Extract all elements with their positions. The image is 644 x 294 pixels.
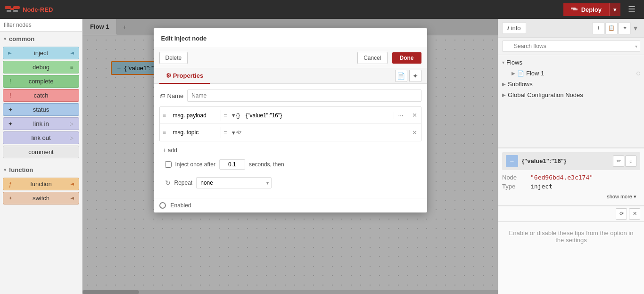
flows-tree-flow1[interactable]: ▶ 📄 Flow 1 — [498, 68, 644, 79]
inject-seconds-input[interactable] — [219, 159, 245, 170]
info-tab-i-btn[interactable]: i — [592, 22, 604, 34]
node-item-catch[interactable]: ! catch — [3, 89, 79, 102]
tab-icon-document[interactable]: 📄 — [395, 70, 407, 82]
deploy-arrow-button[interactable]: ▾ — [609, 3, 620, 16]
modal-tabs: ⚙ Properties 📄 ✦ — [154, 68, 427, 84]
right-panel-header: i info i 📋 ✦ ▾ — [498, 19, 644, 38]
name-input[interactable] — [187, 90, 421, 102]
svg-marker-7 — [8, 52, 12, 55]
flows-tree-root[interactable]: ▾ Flows — [498, 57, 644, 68]
modal-body: 🏷 Name ≡ = ▾ — [154, 84, 427, 198]
props-del-topic[interactable]: ✕ — [408, 129, 421, 136]
sidebar-section-function: ▾ function ƒ function ✦ switch — [0, 163, 82, 209]
inject-once-checkbox[interactable] — [165, 161, 172, 168]
drag-handle-payload[interactable]: ≡ — [160, 112, 169, 119]
link-in-left-icon: ✦ — [7, 121, 14, 127]
flows-tree: ▾ Flows ▶ 📄 Flow 1 ▶ Subflows ▶ Global C… — [498, 55, 644, 147]
inject-options-row: Inject once after seconds, then — [159, 155, 421, 173]
props-key-payload[interactable] — [169, 110, 221, 121]
tab-properties[interactable]: ⚙ Properties — [159, 68, 210, 84]
node-item-link-in[interactable]: ✦ link in ▷ — [3, 117, 79, 130]
type-arrow-payload: ▾ — [232, 112, 235, 119]
node-list-function: ƒ function ✦ switch — [0, 175, 82, 207]
props-key-topic[interactable] — [169, 127, 221, 138]
tab-info-label: info — [511, 24, 521, 32]
node-item-status[interactable]: ✦ status — [3, 103, 79, 116]
modal-footer: Enabled — [154, 198, 427, 212]
modal-overlay: Edit inject node Delete Cancel Done ⚙ Pr… — [83, 19, 498, 294]
svg-rect-0 — [5, 6, 11, 9]
svg-rect-4 — [13, 10, 18, 12]
node-item-debug[interactable]: debug ≡ — [3, 61, 79, 74]
function-left-icon: ƒ — [7, 181, 14, 188]
props-del-payload[interactable]: ✕ — [408, 112, 421, 119]
right-panel-expand[interactable]: ▾ — [631, 22, 640, 34]
repeat-select-wrap: none interval at a specific time ▾ — [196, 177, 272, 188]
props-value-topic[interactable] — [243, 127, 407, 138]
drag-handle-topic[interactable]: ≡ — [160, 129, 169, 136]
props-value-payload[interactable] — [242, 110, 393, 121]
name-label: 🏷 Name — [159, 92, 184, 99]
subflows-expand-arrow: ▶ — [502, 82, 506, 87]
node-item-comment[interactable]: comment — [3, 146, 79, 158]
node-inject-label: inject — [34, 49, 48, 57]
node-info-edit-btn[interactable]: ✏ — [613, 155, 624, 167]
node-item-link-out[interactable]: link out ▷ — [3, 131, 79, 144]
node-info-row-node: Node "6ed96bd4.e3c174" — [502, 174, 640, 181]
flows-tree-subflows[interactable]: ▶ Subflows — [498, 79, 644, 90]
delete-button[interactable]: Delete — [159, 52, 188, 64]
node-item-complete[interactable]: ! complete — [3, 75, 79, 88]
flows-tree-global-config[interactable]: ▶ Global Configuration Nodes — [498, 90, 644, 100]
node-switch-label: switch — [33, 195, 50, 202]
enabled-circle — [159, 202, 166, 209]
section-arrow-function: ▾ — [4, 167, 6, 172]
node-info-row-type: Type inject — [502, 183, 640, 190]
node-list-common: inject debug ≡ ! complete ! catch — [0, 44, 82, 161]
modal-toolbar: Delete Cancel Done — [154, 48, 427, 68]
node-item-function[interactable]: ƒ function — [3, 178, 79, 190]
props-more-payload[interactable]: ··· — [394, 112, 408, 119]
link-in-right-icon: ▷ — [68, 121, 75, 127]
status-left-icon: ✦ — [7, 106, 14, 113]
deploy-button[interactable]: Deploy — [563, 3, 609, 16]
filter-nodes-input[interactable] — [0, 19, 82, 32]
done-button[interactable]: Done — [392, 52, 421, 64]
repeat-icon: ↻ — [165, 179, 171, 187]
app-logo: Node-RED — [5, 4, 53, 15]
cancel-button[interactable]: Cancel — [357, 52, 387, 64]
search-flows-input[interactable] — [502, 41, 640, 52]
repeat-select[interactable]: none interval at a specific time — [196, 177, 272, 188]
node-id-value: "6ed96bd4.e3c174" — [530, 174, 593, 181]
type-value: inject — [530, 183, 553, 190]
add-button[interactable]: + add — [163, 147, 177, 154]
sidebar-section-header-function[interactable]: ▾ function — [0, 164, 82, 175]
inject-right-port — [68, 50, 75, 57]
tab-info[interactable]: i info — [502, 22, 526, 34]
node-complete-label: complete — [29, 78, 54, 85]
tips-refresh-btn[interactable]: ⟳ — [616, 208, 627, 220]
debug-left-port — [7, 64, 14, 71]
flows-root-label: Flows — [506, 59, 640, 66]
hamburger-button[interactable]: ☰ — [624, 2, 639, 16]
sidebar-section-header-common[interactable]: ▾ common — [0, 33, 82, 44]
flow1-expand-arrow: ▶ — [512, 71, 515, 76]
section-arrow-common: ▾ — [4, 36, 6, 41]
info-tab-star-btn[interactable]: ✦ — [619, 22, 631, 34]
node-item-switch[interactable]: ✦ switch — [3, 192, 79, 204]
deploy-icon — [571, 7, 578, 12]
node-info-icon: → — [506, 155, 518, 167]
info-tab-book-btn[interactable]: 📋 — [605, 22, 618, 34]
logo-icon — [5, 4, 20, 15]
node-info-search-btn[interactable]: ⌕ — [625, 155, 636, 167]
show-more-btn[interactable]: show more ▾ — [502, 192, 640, 202]
svg-marker-9 — [70, 183, 74, 186]
type-icon-topic: ᵃ/z — [236, 130, 242, 135]
node-item-inject[interactable]: inject — [3, 47, 79, 59]
svg-rect-6 — [573, 8, 578, 10]
type-arrow-topic: ▾ — [232, 129, 235, 136]
props-type-btn-payload[interactable]: ▾ {} — [230, 111, 242, 120]
svg-rect-1 — [13, 6, 20, 9]
tab-icon-info[interactable]: ✦ — [409, 70, 421, 82]
tips-close-btn[interactable]: ✕ — [629, 208, 640, 220]
props-type-btn-topic[interactable]: ▾ ᵃ/z — [230, 128, 244, 137]
